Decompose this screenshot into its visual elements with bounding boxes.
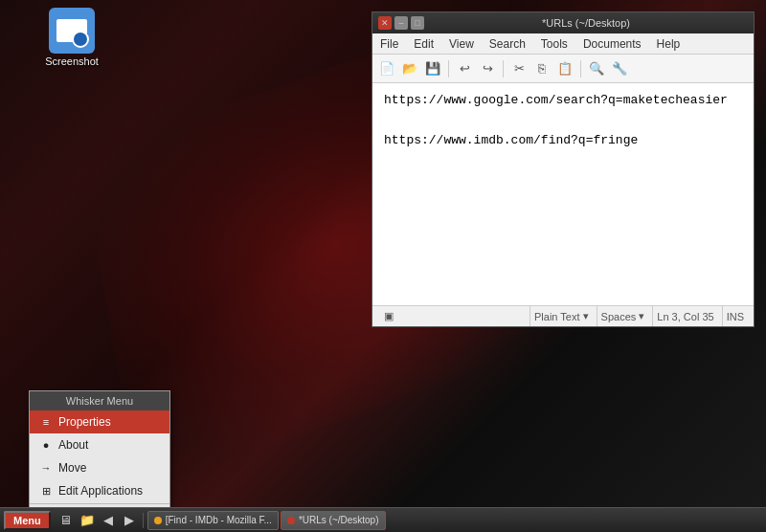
toolbar-undo-button[interactable]: ↩ (454, 58, 475, 79)
window-controls: ✕ – □ (378, 16, 424, 30)
properties-icon: ≡ (39, 416, 53, 428)
editor-content[interactable]: https://www.google.com/search?q=maketech… (372, 83, 754, 305)
toolbar-new-button[interactable]: 📄 (376, 58, 397, 79)
about-icon: ● (39, 439, 53, 451)
menu-edit[interactable]: Edit (406, 33, 441, 54)
screenshot-icon-image (49, 8, 95, 54)
toolbar-copy-button[interactable]: ⎘ (531, 58, 552, 79)
ctx-item-about-label: About (58, 438, 88, 452)
taskbar-system-icons: 🖥 📁 ◀ ▶ (56, 511, 139, 530)
window-toolbar: 📄 📂 💾 ↩ ↪ ✂ ⎘ 📋 🔍 🔧 (372, 55, 754, 83)
taskbar-start-button[interactable]: Menu (4, 511, 51, 530)
ctx-item-move[interactable]: → Move (30, 456, 169, 479)
toolbar-save-button[interactable]: 💾 (422, 58, 443, 79)
window-titlebar: ✕ – □ *URLs (~/Desktop) (372, 12, 754, 33)
menu-documents[interactable]: Documents (575, 33, 649, 54)
window-menubar: File Edit View Search Tools Documents He… (372, 33, 754, 55)
toolbar-replace-button[interactable]: 🔧 (609, 58, 630, 79)
menu-help[interactable]: Help (649, 33, 688, 54)
toolbar-separator-1 (448, 60, 449, 78)
toolbar-paste-button[interactable]: 📋 (554, 58, 575, 79)
toolbar-find-button[interactable]: 🔍 (586, 58, 607, 79)
menu-file[interactable]: File (372, 33, 406, 54)
window-maximize-button[interactable]: □ (411, 16, 424, 30)
statusbar-indicator: ▣ (378, 310, 399, 322)
taskbar-icon-2[interactable]: 📁 (78, 511, 97, 530)
ctx-item-move-label: Move (58, 461, 86, 475)
content-line-2 (384, 111, 742, 131)
context-menu-header: Whisker Menu (30, 391, 169, 410)
toolbar-separator-2 (503, 60, 504, 78)
taskbar: Menu 🖥 📁 ◀ ▶ [Find - IMDb - Mozilla F...… (0, 507, 766, 532)
ctx-separator (30, 503, 169, 504)
ctx-item-edit-applications[interactable]: ⊞ Edit Applications (30, 479, 169, 502)
window-close-button[interactable]: ✕ (378, 16, 392, 30)
toolbar-redo-button[interactable]: ↪ (477, 58, 498, 79)
screenshot-icon-label: Screenshot (45, 55, 99, 67)
content-line-1: https://www.google.com/search?q=maketech… (384, 91, 742, 111)
ctx-item-properties[interactable]: ≡ Properties (30, 410, 169, 433)
edit-apps-icon: ⊞ (39, 485, 53, 498)
taskbar-icon-1[interactable]: 🖥 (56, 511, 76, 530)
ctx-item-edit-apps-label: Edit Applications (58, 484, 143, 498)
desktop: Screenshot ✕ – □ *URLs (~/Desktop) File … (0, 0, 766, 532)
menu-tools[interactable]: Tools (533, 33, 575, 54)
menu-search[interactable]: Search (482, 33, 533, 54)
move-icon: → (39, 462, 53, 474)
ctx-item-about[interactable]: ● About (30, 433, 169, 456)
editor-dot (287, 517, 295, 524)
window-title: *URLs (~/Desktop) (424, 17, 748, 29)
window-minimize-button[interactable]: – (394, 16, 408, 30)
menu-view[interactable]: View (441, 33, 482, 54)
taskbar-icon-4[interactable]: ▶ (120, 511, 139, 530)
statusbar-mode: INS (722, 306, 748, 326)
toolbar-cut-button[interactable]: ✂ (508, 58, 529, 79)
firefox-dot (154, 517, 162, 524)
toolbar-open-button[interactable]: 📂 (399, 58, 420, 79)
content-line-3: https://www.imdb.com/find?q=fringe (384, 131, 742, 151)
statusbar-filetype[interactable]: Plain Text ▾ (529, 306, 593, 326)
taskbar-sep-1 (143, 513, 144, 528)
taskbar-icon-3[interactable]: ◀ (99, 511, 118, 530)
ctx-item-properties-label: Properties (58, 415, 111, 429)
toolbar-separator-3 (580, 60, 581, 78)
taskbar-window-editor[interactable]: *URLs (~/Desktop) (281, 511, 386, 530)
editor-window: ✕ – □ *URLs (~/Desktop) File Edit View S… (372, 11, 755, 327)
screenshot-desktop-icon[interactable]: Screenshot (38, 8, 105, 67)
statusbar-position: Ln 3, Col 35 (652, 306, 717, 326)
statusbar-spaces[interactable]: Spaces ▾ (597, 306, 649, 326)
taskbar-window-firefox[interactable]: [Find - IMDb - Mozilla F... (147, 511, 279, 530)
window-statusbar: ▣ Plain Text ▾ Spaces ▾ Ln 3, Col 35 INS (372, 305, 754, 326)
